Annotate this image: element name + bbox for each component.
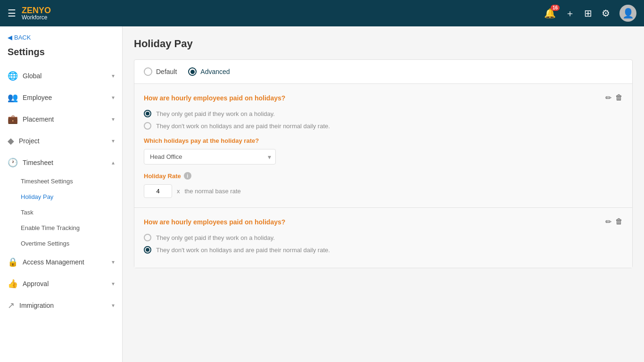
default-radio-circle [144,67,152,76]
sidebar-item-timesheet-left: 🕐 Timesheet [8,157,53,168]
sidebar-sub-overtime-settings[interactable]: Overtime Settings [0,236,122,251]
sidebar-item-approval[interactable]: 👍 Approval ▾ [0,273,122,295]
global-icon: 🌐 [8,71,18,81]
logo: ZENYO Workforce [22,6,51,20]
section-1: How are hourly employees paid on holiday… [134,84,632,208]
section1-option2-radio [144,122,151,130]
sidebar-item-timesheet[interactable]: 🕐 Timesheet ▴ [0,152,122,173]
add-icon[interactable]: ＋ [565,7,575,20]
section-1-header: How are hourly employees paid on holiday… [144,93,623,102]
sidebar-item-immigration-left: ↗ Immigration [8,300,54,311]
sidebar-label-project: Project [19,137,40,145]
logo-workforce: Workforce [22,15,51,20]
default-radio-option[interactable]: Default [144,67,177,76]
sidebar-item-employee-left: 👥 Employee [8,92,52,103]
info-icon[interactable]: i [184,172,191,180]
section2-option1-text: They only get paid if they work on a hol… [156,234,275,241]
sidebar-item-global[interactable]: 🌐 Global ▾ [0,65,122,87]
notification-icon[interactable]: 🔔 16 [544,8,556,19]
default-radio-label: Default [156,68,177,75]
sidebar-sub-holiday-pay[interactable]: Holiday Pay [0,189,122,205]
section2-option2-text: They don't work on holidays and are paid… [156,247,330,254]
chevron-down-icon: ▾ [112,73,115,79]
chevron-down-icon: ▾ [112,138,115,144]
timesheet-icon: 🕐 [8,157,18,168]
rate-input[interactable] [144,184,172,198]
sidebar-item-placement[interactable]: 💼 Placement ▾ [0,108,122,130]
section1-option1-text: They only get paid if they work on a hol… [156,110,275,117]
chevron-up-icon: ▴ [112,159,115,166]
section1-option2-row[interactable]: They don't work on holidays and are paid… [144,122,623,130]
sidebar-item-global-left: 🌐 Global [8,71,41,81]
sidebar-label-employee: Employee [23,94,52,101]
grid-icon[interactable]: ⊞ [584,8,592,19]
approval-icon: 👍 [8,279,18,289]
nav-right: 🔔 16 ＋ ⊞ ⚙ 👤 [544,5,636,22]
sidebar-item-placement-left: 💼 Placement [8,114,54,124]
holiday-select-wrapper: Head Office All Holidays Custom ▾ [144,149,276,165]
section2-option2-radio [144,246,151,254]
sidebar: ◀ BACK Settings 🌐 Global ▾ 👥 Employee ▾ … [0,26,123,362]
sidebar-label-immigration: Immigration [19,302,54,309]
page-title: Holiday Pay [134,38,633,50]
immigration-icon: ↗ [8,300,15,311]
sidebar-item-employee[interactable]: 👥 Employee ▾ [0,87,122,108]
sidebar-label-global: Global [23,72,41,80]
advanced-radio-option[interactable]: Advanced [188,67,230,76]
section2-option1-row[interactable]: They only get paid if they work on a hol… [144,234,623,241]
which-holidays-block: Which holidays pay at the holiday rate? … [144,137,623,165]
sidebar-label-timesheet: Timesheet [23,159,53,166]
section1-option1-row[interactable]: They only get paid if they work on a hol… [144,110,623,117]
hamburger-icon[interactable]: ☰ [8,8,16,19]
sidebar-item-access-management-left: 🔒 Access Management [8,257,84,267]
project-icon: ◆ [8,136,14,146]
holiday-rate-label: Holiday Rate i [144,172,623,180]
section-1-question: How are hourly employees paid on holiday… [144,94,285,102]
section-1-actions: ✏ 🗑 [605,93,623,102]
delete-icon[interactable]: 🗑 [615,93,623,102]
placement-icon: 💼 [8,114,18,124]
advanced-radio-circle [188,67,197,76]
back-link[interactable]: ◀ BACK [0,26,122,45]
section-2-header: How are hourly employees paid on holiday… [144,217,623,226]
main-layout: ◀ BACK Settings 🌐 Global ▾ 👥 Employee ▾ … [0,26,644,362]
sidebar-item-project[interactable]: ◆ Project ▾ [0,130,122,152]
notification-badge: 16 [551,5,560,11]
settings-icon[interactable]: ⚙ [602,8,610,19]
which-holidays-label: Which holidays pay at the holiday rate? [144,137,623,144]
section2-option2-row[interactable]: They don't work on holidays and are paid… [144,246,623,254]
avatar[interactable]: 👤 [619,5,636,22]
sidebar-label-access-management: Access Management [23,258,84,266]
advanced-radio-label: Advanced [200,68,230,75]
rate-row: x the normal base rate [144,184,623,198]
chevron-down-icon: ▾ [112,280,115,287]
delete-icon-2[interactable]: 🗑 [615,217,623,226]
sidebar-sub-enable-time-tracking[interactable]: Enable Time Tracking [0,220,122,236]
edit-icon[interactable]: ✏ [605,93,611,102]
top-nav: ☰ ZENYO Workforce 🔔 16 ＋ ⊞ ⚙ 👤 [0,0,644,26]
edit-icon-2[interactable]: ✏ [605,217,611,226]
access-management-icon: 🔒 [8,257,18,267]
sidebar-item-approval-left: 👍 Approval [8,279,49,289]
chevron-down-icon: ▾ [112,302,115,309]
chevron-down-icon: ▾ [112,116,115,123]
chevron-down-icon: ▾ [112,259,115,265]
logo-zenyo: ZENYO [22,6,51,15]
section1-option2-text: They don't work on holidays and are paid… [156,123,330,130]
sidebar-label-placement: Placement [23,115,54,123]
rate-multiplier: x [177,188,180,195]
section2-option1-radio [144,234,151,241]
section-2-actions: ✏ 🗑 [605,217,623,226]
holiday-rate-block: Holiday Rate i x the normal base rate [144,172,623,198]
sidebar-sub-task[interactable]: Task [0,205,122,220]
radio-tabs: Default Advanced [134,60,632,84]
sidebar-item-immigration[interactable]: ↗ Immigration ▾ [0,295,122,316]
section-2: How are hourly employees paid on holiday… [134,208,632,268]
sidebar-sub-timesheet-settings[interactable]: Timesheet Settings [0,173,122,189]
section1-option1-radio [144,110,151,117]
sidebar-item-access-management[interactable]: 🔒 Access Management ▾ [0,251,122,273]
main-content: Holiday Pay Default Advanced How are hou… [123,26,644,362]
nav-left: ☰ ZENYO Workforce [8,6,51,20]
holiday-select[interactable]: Head Office All Holidays Custom [144,149,276,165]
employee-icon: 👥 [8,92,18,103]
